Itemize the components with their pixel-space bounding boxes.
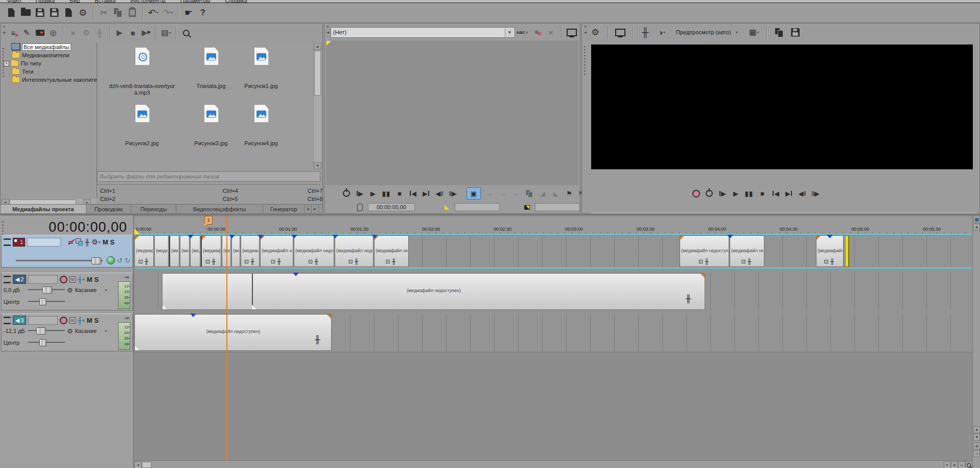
tag-edit-input[interactable]: Выбрать файлы для редактирования тегов bbox=[97, 171, 320, 182]
insert-right2-icon[interactable]: → bbox=[496, 188, 509, 199]
pan-slider[interactable] bbox=[28, 342, 65, 344]
video-clip[interactable]: (медиафайл недоступен) bbox=[190, 235, 200, 267]
fit-icon[interactable]: ↔ bbox=[509, 188, 523, 199]
go-start-icon[interactable]: ◀ bbox=[406, 188, 419, 199]
track-name-field[interactable] bbox=[27, 238, 61, 247]
collapse-panel-icon[interactable]: ◂ bbox=[1, 30, 7, 35]
import-media-icon[interactable]: ✎ bbox=[20, 26, 33, 39]
expander-icon[interactable]: + bbox=[4, 61, 9, 66]
phase-invert-icon[interactable]: ≈ bbox=[69, 317, 76, 324]
media-file[interactable]: Рисунок4.jpg bbox=[227, 104, 295, 147]
collapse-panel-icon[interactable]: ◂ bbox=[582, 30, 588, 35]
power-icon[interactable] bbox=[703, 188, 716, 199]
close-panel-icon[interactable]: × bbox=[1, 24, 7, 30]
scroll-up-icon[interactable]: ▲ bbox=[973, 426, 980, 433]
track-level-slider[interactable] bbox=[16, 260, 103, 262]
scroll-up-icon[interactable]: ▲ bbox=[973, 224, 980, 231]
external-monitor-icon[interactable] bbox=[613, 25, 627, 39]
snapshot-save-icon[interactable] bbox=[788, 25, 803, 39]
timeline-hscrollbar[interactable]: ◂ ▸ + − bbox=[134, 460, 972, 468]
clear-media-icon[interactable]: ≡× bbox=[7, 26, 20, 39]
selection-length-field[interactable] bbox=[535, 203, 580, 211]
play-icon[interactable]: ▶ bbox=[729, 188, 742, 199]
track-header-video-1[interactable]: 1 ⇄ ╫ ⚙▾ M S ↺ ↻ bbox=[1, 235, 133, 268]
add-media-blue-icon[interactable]: ▣ bbox=[466, 187, 481, 199]
audio-clip[interactable]: (медиафайл недоступен)╫ bbox=[134, 314, 332, 351]
views-icon[interactable]: ▤▾ bbox=[159, 26, 173, 39]
automation-gear-icon[interactable]: ⚙ bbox=[67, 286, 73, 294]
zoom-in-track-icon[interactable]: + bbox=[973, 442, 980, 450]
video-clip[interactable]: (медиафайл недоступен)⊡╫ bbox=[374, 235, 409, 267]
pause-icon[interactable]: ▮▮ bbox=[380, 188, 393, 199]
video-clip[interactable]: (медиафайл недоступен)⊡╫ bbox=[260, 235, 293, 267]
slider-handle[interactable] bbox=[39, 298, 46, 305]
track-name-field[interactable] bbox=[28, 275, 58, 284]
scroll-down-icon[interactable]: ▼ bbox=[314, 162, 321, 169]
pan-label[interactable]: Центр bbox=[4, 340, 26, 346]
scroll-down-icon[interactable]: ▼ bbox=[973, 434, 980, 441]
frame-fwd-icon[interactable]: ‖▶ bbox=[809, 188, 822, 199]
solo-button[interactable]: S bbox=[95, 276, 99, 283]
tree-item-0[interactable]: Все медиафайлы bbox=[2, 43, 97, 51]
tree-item-3[interactable]: Теги bbox=[2, 68, 97, 76]
marker-bar[interactable] bbox=[134, 217, 972, 227]
undo-icon[interactable]: ↶▾ bbox=[146, 6, 160, 20]
go-end-icon[interactable]: ▶ bbox=[419, 188, 433, 199]
video-clip[interactable]: (медиафайл недоступен)⊡╫ bbox=[730, 235, 764, 267]
volume-slider[interactable] bbox=[28, 289, 65, 291]
capture-video-icon[interactable] bbox=[33, 26, 46, 39]
auto-preview-icon[interactable]: ▶⚑ bbox=[139, 26, 153, 39]
track-header-audio-3[interactable]: ◀3 ≈ ╫▾ M S -∞ 12243648 -12,1 дБ ⚙ Касан… bbox=[1, 314, 133, 351]
compositing-mode-icon[interactable] bbox=[76, 238, 83, 246]
chevron-down-icon[interactable]: ▾ bbox=[105, 288, 107, 293]
track-motion-icon[interactable]: ↻ bbox=[125, 257, 130, 264]
video-output-icon[interactable]: ◑▾ bbox=[655, 25, 669, 39]
mute-button[interactable]: M bbox=[87, 276, 92, 283]
paste-icon[interactable] bbox=[125, 6, 139, 20]
open-project-icon[interactable] bbox=[18, 6, 33, 20]
timeline-vscrollbar[interactable]: ▣ ▲ ▲ ▼ + − bbox=[972, 215, 980, 468]
pause-icon[interactable]: ▮▮ bbox=[742, 188, 756, 199]
selection-start-field[interactable] bbox=[455, 203, 500, 211]
scroll-thumb[interactable] bbox=[142, 462, 151, 468]
tab-Проводник[interactable]: Проводник bbox=[86, 205, 131, 213]
bypass-motion-blur-icon[interactable]: ⇄ bbox=[68, 238, 74, 246]
extract-cd-icon[interactable]: ◎ bbox=[46, 26, 60, 39]
audio-track-lane-2[interactable]: (медиафайл недоступен)╫ bbox=[134, 314, 972, 351]
minimize-track-icon[interactable] bbox=[4, 238, 11, 246]
marker-flag-icon[interactable]: ⚑ bbox=[563, 188, 576, 199]
tab-Переходы[interactable]: Переходы bbox=[131, 205, 176, 213]
preview-quality-label[interactable]: Предпросмотр (авто) bbox=[676, 29, 731, 35]
volume-value[interactable]: -12,1 дБ bbox=[4, 328, 26, 334]
automation-settings-icon[interactable]: ⚙▾ bbox=[91, 238, 101, 246]
cut-icon[interactable]: ✂ bbox=[97, 6, 111, 20]
video-clip[interactable]: (медиафайл недоступен)⊡╫ bbox=[294, 235, 334, 267]
scroll-left-icon[interactable]: ◂ bbox=[134, 461, 142, 468]
close-media-icon[interactable]: × bbox=[544, 25, 558, 39]
scroll-thumb[interactable] bbox=[314, 51, 321, 96]
render-as-icon[interactable] bbox=[61, 6, 76, 20]
zoom-out-time-icon[interactable]: − bbox=[958, 461, 965, 468]
chevron-down-icon[interactable]: ▼ bbox=[505, 28, 514, 37]
scroll-up-icon[interactable]: ▲ bbox=[314, 43, 321, 50]
power-icon[interactable] bbox=[340, 188, 353, 199]
split-screen-icon[interactable]: ╫ bbox=[638, 25, 652, 39]
volume-slider[interactable] bbox=[28, 330, 65, 332]
phase-invert-icon[interactable]: ≈ bbox=[69, 276, 76, 283]
copy-icon[interactable] bbox=[111, 6, 125, 20]
edit-tool-icon[interactable]: ☛ bbox=[181, 6, 196, 20]
copy-gray-icon[interactable] bbox=[523, 188, 536, 199]
solo-button[interactable]: S bbox=[110, 238, 115, 246]
playhead[interactable] bbox=[226, 215, 227, 461]
grid-scrollbar[interactable]: ▲ ▼ bbox=[313, 43, 321, 169]
media-file[interactable]: Рисунок1.jpg bbox=[227, 47, 295, 90]
external-monitor-icon[interactable] bbox=[565, 25, 579, 39]
video-track-lane[interactable]: (медиафайл недоступен)⊡╫(медиафайл недос… bbox=[134, 235, 972, 268]
properties-gear-icon[interactable]: ⚙ bbox=[76, 6, 90, 20]
audio-clip[interactable]: (медиафайл недоступен)╫ bbox=[162, 273, 705, 310]
track-fx-icon[interactable]: ╫▾ bbox=[78, 317, 85, 324]
help-select-icon[interactable]: ? bbox=[196, 6, 210, 20]
snapshot-copy-icon[interactable] bbox=[772, 25, 786, 39]
audio-track-lane-1[interactable]: (медиафайл недоступен)╫ bbox=[134, 273, 972, 310]
grid-overlay-icon[interactable]: ▦▾ bbox=[747, 25, 761, 39]
